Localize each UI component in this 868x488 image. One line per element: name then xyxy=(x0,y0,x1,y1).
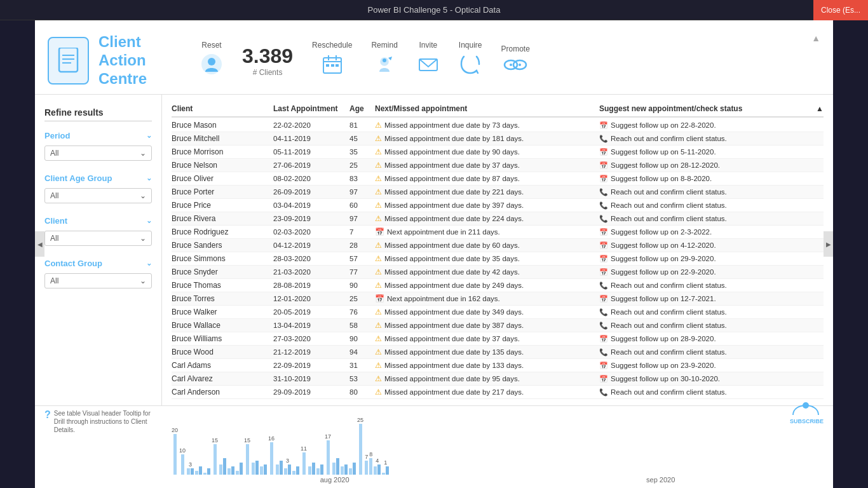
table-row[interactable]: Bruce Mason22-02-202081⚠Missed appointme… xyxy=(172,119,824,132)
calendar-suggest-icon: 📅 xyxy=(599,295,608,303)
cell-appt: ⚠Missed appointment due date by 37 days. xyxy=(375,334,599,343)
table-row[interactable]: Bruce Williams27-03-202090⚠Missed appoin… xyxy=(172,332,824,346)
chart-bar xyxy=(270,442,273,475)
suggest-text: Reach out and confirm client status. xyxy=(611,135,727,142)
invite-button[interactable]: Invite xyxy=(417,41,440,80)
cell-suggest: 📅Suggest follow up on 23-9-2020. xyxy=(599,362,824,370)
table-row[interactable]: Bruce Morrison05-11-201935⚠Missed appoin… xyxy=(172,146,824,159)
cell-client: Bruce Rivera xyxy=(172,214,273,223)
warning-icon: ⚠ xyxy=(375,147,382,156)
cell-suggest: 📞Reach out and confirm client status. xyxy=(599,188,824,196)
contact-group-dropdown[interactable]: All ⌄ xyxy=(44,273,152,288)
chart-bar-group xyxy=(332,450,339,475)
cell-suggest: 📅Suggest follow up on 2-3-2022. xyxy=(599,228,824,236)
table-area: Client Last Appointment Age Next/Missed … xyxy=(162,95,833,405)
cell-appt: ⚠Missed appointment due date by 90 days. xyxy=(375,147,599,156)
content-area: Refine results Period ⌄ All ⌄ Client Age… xyxy=(35,95,833,405)
table-row[interactable]: Bruce Oliver08-02-202083⚠Missed appointm… xyxy=(172,172,824,186)
table-row[interactable]: Bruce Mitchell04-11-201945⚠Missed appoin… xyxy=(172,132,824,146)
appt-text: Missed appointment due date by 35 days. xyxy=(384,255,520,262)
client-filter-label[interactable]: Client ⌄ xyxy=(44,216,152,226)
cell-appt: ⚠Missed appointment due date by 133 days… xyxy=(375,361,599,370)
period-chevron: ⌄ xyxy=(146,132,152,140)
cell-appt: 📅Next appointment due in 211 days. xyxy=(375,227,599,236)
client-dropdown[interactable]: All ⌄ xyxy=(44,231,152,246)
chart-bar xyxy=(296,466,299,475)
period-filter-label[interactable]: Period ⌄ xyxy=(44,131,152,140)
table-row[interactable]: Bruce Torres12-01-202025📅Next appointmen… xyxy=(172,292,824,306)
appt-text: Missed appointment due date by 37 days. xyxy=(384,161,520,169)
chart-bar xyxy=(320,464,323,475)
cell-age: 45 xyxy=(349,135,375,142)
table-row[interactable]: Bruce Wallace13-04-201958⚠Missed appoint… xyxy=(172,319,824,332)
period-dropdown[interactable]: All ⌄ xyxy=(44,146,152,161)
invite-icon xyxy=(417,53,440,80)
cell-appt: ⚠Missed appointment due date by 42 days. xyxy=(375,268,599,276)
promote-button[interactable]: Promote xyxy=(501,44,530,77)
table-row[interactable]: Bruce Wood21-12-201994⚠Missed appointmen… xyxy=(172,346,824,359)
chart-help-icon[interactable]: ? xyxy=(44,409,51,421)
sort-icon[interactable]: ▲ xyxy=(816,104,824,113)
table-row[interactable]: Bruce Thomas28-08-201990⚠Missed appointm… xyxy=(172,279,824,292)
close-button[interactable]: Close (Es... xyxy=(813,0,868,20)
cell-suggest: 📅Suggest follow up on 8-8-2020. xyxy=(599,175,824,183)
table-row[interactable]: Bruce Snyder21-03-202077⚠Missed appointm… xyxy=(172,266,824,279)
warning-icon: ⚠ xyxy=(375,321,382,330)
cell-client: Bruce Morrison xyxy=(172,147,273,156)
svg-rect-10 xyxy=(326,64,329,67)
right-arrow[interactable]: ▶ xyxy=(824,231,833,257)
table-row[interactable]: Carl Adams22-09-201931⚠Missed appointmen… xyxy=(172,359,824,372)
cell-age: 58 xyxy=(349,322,375,329)
contact-group-label[interactable]: Contact Group ⌄ xyxy=(44,259,152,268)
warning-icon: ⚠ xyxy=(375,174,382,183)
suggest-text: Reach out and confirm client status. xyxy=(611,215,727,222)
cell-last-appt: 22-09-2019 xyxy=(273,362,349,369)
appt-text: Missed appointment due date by 221 days. xyxy=(384,188,524,196)
cell-suggest: 📅Suggest follow up on 5-11-2020. xyxy=(599,148,824,156)
chart-bar xyxy=(308,466,311,475)
chart-bar xyxy=(365,461,368,475)
chart-bar-group: 16 xyxy=(268,435,275,475)
table-row[interactable]: Bruce Porter26-09-201997⚠Missed appointm… xyxy=(172,186,824,199)
chart-bar-group xyxy=(292,458,299,475)
cell-appt: ⚠Missed appointment due date by 35 days. xyxy=(375,254,599,263)
chart-bar xyxy=(255,461,259,475)
table-row[interactable]: Bruce Walker20-05-201976⚠Missed appointm… xyxy=(172,306,824,319)
chart-bar xyxy=(382,473,385,475)
cell-appt: ⚠Missed appointment due date by 217 days… xyxy=(375,388,599,396)
client-age-group-label[interactable]: Client Age Group ⌄ xyxy=(44,173,152,183)
table-row[interactable]: Bruce Rivera23-09-201997⚠Missed appointm… xyxy=(172,212,824,226)
reset-button[interactable]: Reset xyxy=(200,41,223,80)
cell-appt: ⚠Missed appointment due date by 349 days… xyxy=(375,308,599,316)
chart-bar xyxy=(359,424,362,475)
table-row[interactable]: Bruce Price03-04-201960⚠Missed appointme… xyxy=(172,199,824,212)
table-row[interactable]: Bruce Sanders04-12-201928⚠Missed appoint… xyxy=(172,239,824,252)
reschedule-button[interactable]: Reschedule xyxy=(312,41,352,80)
table-row[interactable]: Carl Anderson29-09-201980⚠Missed appoint… xyxy=(172,386,824,399)
cell-age: 25 xyxy=(349,161,375,169)
inquire-button[interactable]: Inquire xyxy=(459,41,482,80)
cell-age: 60 xyxy=(349,201,375,209)
cell-client: Bruce Torres xyxy=(172,294,273,303)
chart-bar-group: 20 xyxy=(172,427,178,475)
table-row[interactable]: Bruce Simmons28-03-202057⚠Missed appoint… xyxy=(172,252,824,266)
cell-client: Bruce Price xyxy=(172,201,273,210)
table-row[interactable]: Bruce Nelson27-06-201925⚠Missed appointm… xyxy=(172,159,824,172)
table-row[interactable]: Bruce Rodriguez02-03-20207📅Next appointm… xyxy=(172,226,824,239)
remind-button[interactable]: Remind xyxy=(371,41,397,80)
chart-bar xyxy=(252,463,255,475)
cell-client: Bruce Thomas xyxy=(172,281,273,290)
scroll-up-indicator[interactable]: ▲ xyxy=(811,33,820,43)
cell-suggest: 📅Suggest follow up on 28-9-2020. xyxy=(599,335,824,343)
left-arrow[interactable]: ◀ xyxy=(35,231,44,257)
suggest-text: Suggest follow up on 2-3-2022. xyxy=(611,228,712,236)
chart-bar xyxy=(344,464,348,475)
table-row[interactable]: Carl Alvarez31-10-201953⚠Missed appointm… xyxy=(172,372,824,386)
chart-area: ? See table Visual header Tooltip for Dr… xyxy=(35,405,833,488)
warning-icon: ⚠ xyxy=(375,308,382,316)
cell-age: 94 xyxy=(349,348,375,356)
age-group-dropdown[interactable]: All ⌄ xyxy=(44,188,152,203)
cell-age: 90 xyxy=(349,335,375,342)
subscribe-area[interactable]: SUBSCRIBE xyxy=(790,399,824,424)
cell-last-appt: 26-09-2019 xyxy=(273,188,349,196)
